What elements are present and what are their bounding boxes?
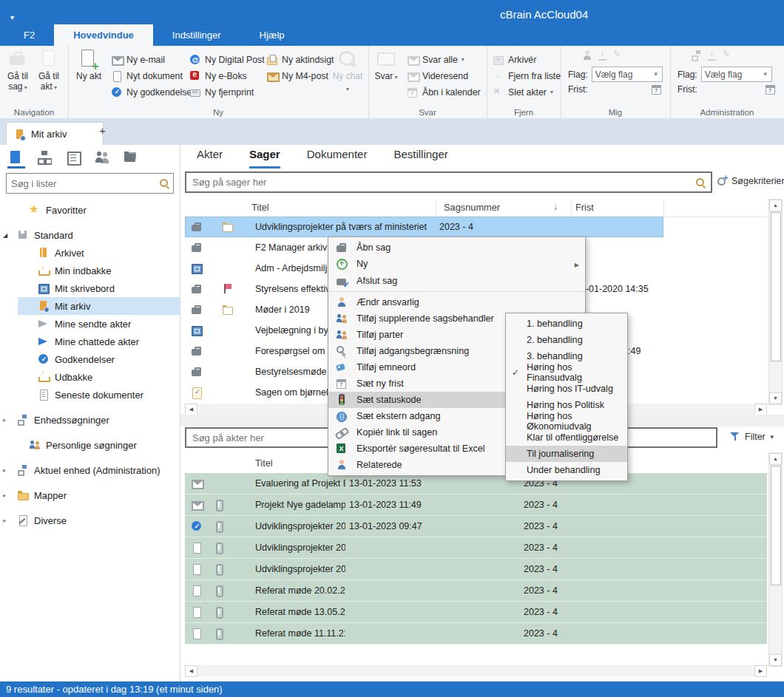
sort-descending-icon[interactable]: ↓	[553, 202, 558, 212]
column-divider[interactable]	[663, 200, 664, 215]
new-document-button[interactable]: Nyt dokument	[111, 69, 192, 82]
column-header-titel[interactable]: Titel	[255, 458, 273, 469]
list-tab[interactable]: Dokumenter	[307, 148, 368, 169]
column-header-frist[interactable]: Frist	[575, 202, 594, 213]
view-lists-button[interactable]	[7, 149, 25, 169]
context-menu-item[interactable]: Ændr ansvarlig	[328, 294, 585, 310]
records-vertical-scrollbar[interactable]: ▲ ▼	[768, 452, 783, 667]
sidebar-item[interactable]: Aktuel enhed (Administration)	[0, 461, 180, 479]
open-calendar-button[interactable]: Åbn i kalender	[407, 86, 481, 98]
column-divider[interactable]	[436, 200, 436, 215]
sidebar-search-input[interactable]	[7, 178, 158, 189]
status-code-item[interactable]: Høring hos Finansudvalg	[506, 364, 627, 381]
case-row[interactable]: Udviklingsprojekter på tværs af minister…	[185, 217, 663, 237]
new-eboks-button[interactable]: Ny e-Boks	[189, 69, 265, 82]
filter-button[interactable]: Filter ▼	[729, 431, 775, 443]
view-org-button[interactable]	[36, 149, 54, 166]
record-row[interactable]: Projekt Nye gadelamper i Bladstr... 13-0…	[185, 494, 767, 516]
sidebar-item[interactable]: Min indbakke	[0, 262, 180, 279]
scroll-up-icon[interactable]: ▲	[769, 453, 782, 465]
archive-button[interactable]: Arkivér	[493, 53, 561, 66]
sidebar-item[interactable]: Mit skrivebord	[0, 279, 180, 297]
calendar-icon[interactable]	[651, 84, 663, 95]
new-approval-button[interactable]: Ny godkendelse	[111, 86, 192, 98]
list-tab[interactable]: Bestillinger	[393, 148, 447, 169]
sidebar-item[interactable]: Favoritter	[0, 201, 180, 219]
new-record-button[interactable]: Ny akt	[72, 50, 105, 81]
new-digital-post-button[interactable]: Ny Digital Post	[189, 53, 265, 66]
forward-button[interactable]: Videresend	[407, 69, 481, 82]
go-to-record-button[interactable]: Gå til akt	[33, 50, 65, 93]
search-criteria-button[interactable]: Søgekriterier ▼	[716, 175, 784, 187]
reply-button[interactable]: Svar	[370, 50, 402, 83]
record-row[interactable]: Referat møde 20.02.22 2023 - 4	[185, 580, 767, 602]
ribbon-tab[interactable]: F2	[4, 24, 54, 46]
sidebar-item[interactable]: Mit arkiv	[0, 297, 180, 315]
context-menu-item[interactable]: Ny	[328, 256, 585, 272]
status-code-item[interactable]: Under behandling	[506, 462, 627, 478]
status-code-item[interactable]: Klar til offentliggørelse	[506, 429, 627, 446]
list-tab[interactable]: Akter	[197, 148, 223, 169]
column-header-titel[interactable]: Titel	[251, 202, 269, 213]
record-row[interactable]: Udviklingsprojekter 2023 13-01-2023 09:4…	[185, 516, 767, 537]
sidebar-item[interactable]: Godkendelser	[0, 350, 180, 368]
view-contacts-button[interactable]	[94, 149, 112, 166]
sidebar-item[interactable]: Enhedssøgninger	[0, 411, 180, 429]
scrollbar-thumb[interactable]	[771, 466, 781, 585]
go-to-case-button[interactable]: Gå til sag	[1, 50, 34, 93]
workspace-tab-mit-arkiv[interactable]: Mit arkiv	[6, 122, 104, 146]
sidebar-item[interactable]: Mine sendte akter	[0, 315, 180, 333]
ribbon-tab[interactable]: Indstillinger	[153, 24, 240, 46]
record-row[interactable]: Udviklingsprojekter 2021 2023 - 4	[185, 559, 767, 580]
delete-records-button[interactable]: Slet akter	[493, 86, 561, 98]
new-email-button[interactable]: Ny e-mail	[111, 53, 192, 66]
sidebar-item[interactable]: Diverse	[0, 511, 180, 529]
scroll-right-icon[interactable]: ▶	[754, 404, 767, 415]
sidebar-item[interactable]: Arkivet	[0, 244, 180, 262]
new-m4-button[interactable]: Ny M4-post	[266, 69, 334, 82]
tree-expander-icon[interactable]	[3, 466, 12, 474]
tree-expander-icon[interactable]	[3, 416, 12, 424]
cases-vertical-scrollbar[interactable]: ▲ ▼	[768, 199, 783, 405]
tree-expander-icon[interactable]	[3, 517, 12, 524]
view-archive-button[interactable]	[65, 149, 83, 166]
new-chat-button[interactable]: Ny chat	[331, 50, 364, 95]
record-row[interactable]: Udviklingsprojekter 2022 2023 - 4	[185, 537, 767, 559]
new-aktindsigt-button[interactable]: Ny aktindsigt	[266, 53, 334, 66]
new-fjernprint-button[interactable]: Ny fjernprint	[189, 86, 265, 98]
ribbon-tab[interactable]: Hjælp	[240, 24, 304, 46]
scroll-right-icon[interactable]: ▶	[754, 665, 767, 677]
reply-all-button[interactable]: Svar alle	[407, 53, 481, 66]
scroll-left-icon[interactable]: ◀	[185, 404, 197, 415]
cases-search-input[interactable]	[186, 177, 695, 188]
mig-flag-select[interactable]: Vælg flag▼	[592, 67, 663, 82]
status-code-item[interactable]: Høring hos IT-udvalg	[506, 381, 627, 397]
column-header-sagsnummer[interactable]: Sagsnummer	[444, 202, 500, 213]
scroll-down-icon[interactable]: ▼	[769, 654, 782, 666]
scroll-left-icon[interactable]: ◀	[185, 665, 197, 677]
status-code-item[interactable]: Høring hos Økonomiudvalg	[506, 413, 627, 429]
record-row[interactable]: Referat møde 13.05.22 2023 - 4	[185, 602, 767, 623]
calendar-icon[interactable]	[765, 84, 777, 95]
context-menu-item[interactable]: Åbn sag	[328, 239, 585, 256]
quick-access-toolbar-icon[interactable]: ▾	[10, 13, 14, 21]
status-code-item[interactable]: 2. behandling	[506, 332, 627, 348]
scroll-down-icon[interactable]: ▼	[769, 392, 782, 404]
tree-expander-icon[interactable]	[3, 492, 12, 499]
ribbon-tab[interactable]: Hovedvindue	[54, 24, 153, 46]
sidebar-item[interactable]: Standard	[0, 226, 180, 244]
new-workspace-tab-button[interactable]: +	[99, 124, 106, 137]
sidebar-item[interactable]: Mine chattede akter	[0, 333, 180, 350]
sidebar-item[interactable]: Udbakke	[0, 368, 180, 386]
record-row[interactable]: Evaluering af Projekt Bevar guldfu... 13…	[185, 473, 767, 494]
column-divider[interactable]	[571, 200, 572, 215]
remove-from-list-button[interactable]: Fjern fra liste	[493, 69, 561, 82]
sidebar-item[interactable]: Personlige søgninger	[0, 436, 180, 454]
records-horizontal-scrollbar[interactable]: ◀ ▶	[185, 665, 767, 676]
record-row[interactable]: Referat møde 11.11.21 2023 - 4	[185, 623, 767, 645]
sidebar-item[interactable]: Mapper	[0, 486, 180, 504]
scrollbar-thumb[interactable]	[771, 212, 781, 361]
context-menu-item[interactable]: Afslut sag	[328, 272, 585, 292]
list-tab[interactable]: Sager	[249, 148, 280, 169]
status-code-item[interactable]: Til journalisering	[506, 446, 627, 462]
